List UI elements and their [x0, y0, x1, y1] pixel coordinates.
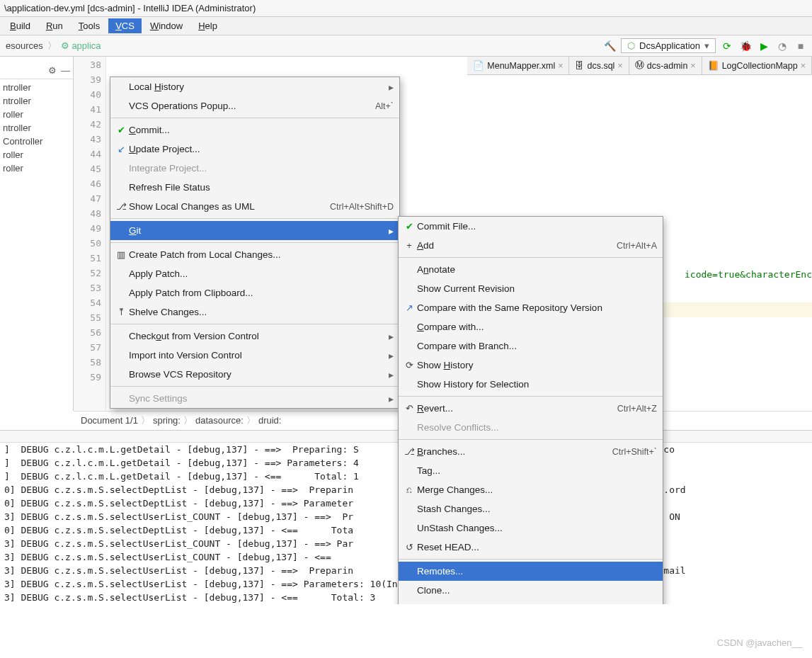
⎇-icon: ⎇	[113, 201, 129, 212]
menu-item-show-history[interactable]: ⟳Show History	[399, 356, 663, 375]
menu-item-revert[interactable]: ↶Revert...Ctrl+Alt+Z	[399, 399, 663, 418]
menu-item-commit[interactable]: ✔Commit...	[110, 120, 399, 140]
menu-build[interactable]: Build	[3, 18, 38, 33]
close-icon[interactable]: ×	[558, 61, 563, 71]
editor-tab[interactable]: 🗄dcs.sql×	[569, 57, 629, 74]
menu-item-show-current-revision[interactable]: Show Current Revision	[399, 279, 663, 298]
✔-icon: ✔	[113, 125, 129, 135]
main-area: ⚙ — ntrollerntrollerrollerntrollerContro…	[0, 57, 812, 411]
chevron-right-icon: ▸	[384, 350, 394, 361]
menu-item-browse-vcs-repository[interactable]: Browse VCS Repository▸	[110, 365, 399, 384]
menu-item-compare-with-branch[interactable]: Compare with Branch...	[399, 336, 663, 356]
file-icon: 📄	[473, 60, 484, 71]
menu-item-shelve-changes[interactable]: ⤒Shelve Changes...	[110, 302, 399, 322]
menu-item-import-into-version-control[interactable]: Import into Version Control▸	[110, 346, 399, 365]
menu-item-reset-head[interactable]: ↺Reset HEAD...	[399, 538, 663, 557]
⎇-icon: ⎇	[401, 446, 417, 457]
menu-bar: BuildRunToolsVCSWindowHelp	[0, 17, 812, 35]
bug-icon[interactable]: 🐞	[738, 39, 753, 53]
chevron-right-icon: ▸	[384, 369, 394, 380]
menu-item-add[interactable]: +AddCtrl+Alt+A	[399, 236, 663, 255]
menu-item-apply-patch[interactable]: Apply Patch...	[110, 264, 399, 283]
structure-item[interactable]: roller	[0, 161, 73, 175]
window-title: \application-dev.yml [dcs-admin] - Intel…	[0, 0, 812, 17]
structure-item[interactable]: Controller	[0, 135, 73, 148]
chevron-right-icon: 〉	[47, 40, 57, 52]
vcs-menu-popup: Local History▸VCS Operations Popup...Alt…	[110, 76, 400, 409]
run-config-dropdown[interactable]: ⬡ DcsApplication ▾	[621, 38, 716, 53]
breadcrumb-seg[interactable]: ⚙ applica	[58, 40, 104, 52]
↺-icon: ↺	[401, 542, 417, 552]
editor-tab[interactable]: 📙LogCollectionMapp×	[702, 57, 812, 74]
menu-item-stash-changes[interactable]: Stash Changes...	[399, 499, 663, 518]
git-submenu-popup: ✔Commit File...+AddCtrl+Alt+AAnnotateSho…	[398, 216, 663, 604]
menu-window[interactable]: Window	[143, 18, 190, 33]
menu-item-resolve-conflicts: Resolve Conflicts...	[399, 418, 663, 437]
spring-boot-icon: ⬡	[627, 40, 635, 51]
editor-gutter: 38 39 40 41 42 43 44 45 46 47 48 49 50 5…	[74, 57, 106, 411]
menu-item-show-local-changes-as-uml[interactable]: ⎇Show Local Changes as UMLCtrl+Alt+Shift…	[110, 197, 399, 216]
menu-item-vcs-operations-popup[interactable]: VCS Operations Popup...Alt+`	[110, 96, 399, 115]
run-coverage-icon[interactable]: ▶	[757, 39, 771, 53]
chevron-down-icon: ▾	[704, 40, 709, 51]
menu-item-clone[interactable]: Clone...	[399, 581, 663, 600]
menu-item-commit-file[interactable]: ✔Commit File...	[399, 217, 663, 236]
menu-item-local-history[interactable]: Local History▸	[110, 77, 399, 96]
menu-run[interactable]: Run	[39, 18, 70, 33]
structure-item[interactable]: ntroller	[0, 94, 73, 108]
structure-item[interactable]: ntroller	[0, 81, 73, 94]
structure-panel: ⚙ — ntrollerntrollerrollerntrollerContro…	[0, 57, 74, 411]
close-icon[interactable]: ×	[801, 61, 806, 71]
↙-icon: ↙	[113, 144, 129, 154]
chevron-right-icon: ▸	[384, 225, 394, 237]
close-icon[interactable]: ×	[690, 61, 695, 71]
⟳-icon: ⟳	[401, 360, 417, 370]
minimize-icon[interactable]: —	[61, 65, 70, 76]
menu-help[interactable]: Help	[191, 18, 224, 33]
close-icon[interactable]: ×	[617, 61, 622, 71]
chevron-right-icon: ▸	[384, 81, 394, 93]
restart-icon[interactable]: ⟳	[720, 39, 734, 53]
editor-tab[interactable]: Ⓜdcs-admin×	[629, 57, 702, 74]
⎌-icon: ⎌	[401, 484, 417, 495]
structure-item[interactable]: roller	[0, 108, 73, 121]
menu-item-compare-with[interactable]: Compare with...	[399, 317, 663, 336]
menu-item-create-patch-from-local-changes[interactable]: ▥Create Patch from Local Changes...	[110, 245, 399, 264]
menu-tools[interactable]: Tools	[72, 18, 107, 33]
✔-icon: ✔	[401, 221, 417, 232]
menu-item-update-project[interactable]: ↙Update Project...	[110, 140, 399, 159]
stop-icon[interactable]: ■	[794, 39, 808, 53]
menu-item-unstash-changes[interactable]: UnStash Changes...	[399, 518, 663, 538]
menu-item-remotes[interactable]: Remotes...	[399, 562, 663, 581]
gear-icon[interactable]: ⚙	[48, 65, 57, 76]
chevron-right-icon: ▸	[384, 331, 394, 342]
menu-item-branches[interactable]: ⎇Branches...Ctrl+Shift+`	[399, 442, 663, 461]
+-icon: +	[401, 240, 417, 251]
hammer-icon[interactable]: 🔨	[602, 39, 617, 53]
navigation-bar: esources 〉 ⚙ applica 🔨 ⬡ DcsApplication …	[0, 35, 812, 57]
run-toolbar: 🔨 ⬡ DcsApplication ▾ ⟳ 🐞 ▶ ◔ ■	[598, 38, 812, 53]
structure-item[interactable]: roller	[0, 148, 73, 161]
menu-item-show-history-for-selection[interactable]: Show History for Selection	[399, 375, 663, 394]
menu-item-tag[interactable]: Tag...	[399, 461, 663, 480]
↶-icon: ↶	[401, 403, 417, 414]
menu-item-git[interactable]: Git▸	[110, 221, 399, 240]
structure-item[interactable]: ntroller	[0, 121, 73, 135]
breadcrumb: esources 〉 ⚙ applica	[0, 40, 104, 52]
editor-tab[interactable]: 📄MenuMapper.xml×	[467, 57, 569, 74]
menu-item-merge-changes[interactable]: ⎌Merge Changes...	[399, 480, 663, 499]
menu-item-apply-patch-from-clipboard[interactable]: Apply Patch from Clipboard...	[110, 283, 399, 302]
menu-item-compare-with-the-same-repository-version[interactable]: ↗Compare with the Same Repository Versio…	[399, 298, 663, 317]
editor-tabs: 📄MenuMapper.xml×🗄dcs.sql×Ⓜdcs-admin×📙Log…	[467, 57, 812, 75]
menu-vcs[interactable]: VCS	[108, 18, 142, 33]
file-icon: 🗄	[575, 61, 584, 71]
menu-item-integrate-project: Integrate Project...	[110, 159, 399, 178]
profiler-icon[interactable]: ◔	[775, 39, 789, 53]
breadcrumb-seg[interactable]: esources	[3, 40, 46, 52]
menu-item-annotate[interactable]: Annotate	[399, 260, 663, 279]
⤒-icon: ⤒	[113, 307, 129, 317]
menu-item-checkout-from-version-control[interactable]: Checkout from Version Control▸	[110, 327, 399, 346]
menu-item-refresh-file-status[interactable]: Refresh File Status	[110, 178, 399, 197]
file-icon: Ⓜ	[635, 59, 644, 72]
menu-item-fetch[interactable]: Fetch	[399, 600, 663, 604]
